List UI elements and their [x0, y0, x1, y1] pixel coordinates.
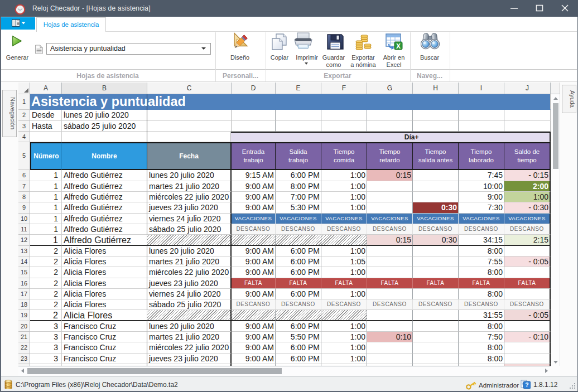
svg-text:?: ?	[525, 381, 528, 388]
svg-text:X: X	[396, 42, 401, 50]
